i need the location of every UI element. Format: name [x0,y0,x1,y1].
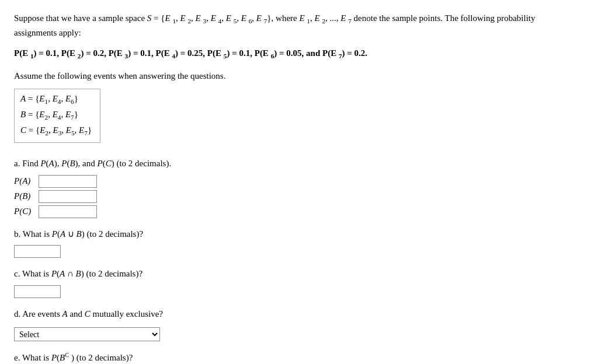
pb-label: P(B) [14,191,36,201]
question-e-label: e. What is P(BC ) (to 2 decimals)? [14,351,584,364]
question-d-label: d. Are events A and C mutually exclusive… [14,307,584,321]
event-c-def: C = {E2, E3, E5, E7} [20,123,92,139]
pa-group: P(A) [14,175,584,188]
event-a-def: A = {E1, E4, E6} [20,92,92,107]
question-b-label: b. What is P(A ∪ B) (to 2 decimals)? [14,228,584,241]
mutually-exclusive-select[interactable]: Select Yes No [14,327,160,341]
question-c-label: c. What is P(A ∩ B) (to 2 decimals)? [14,267,584,281]
pb-input[interactable] [39,190,97,203]
pab-union-input[interactable] [14,245,61,258]
assume-events-text: Assume the following events when answeri… [14,69,584,83]
pa-label: P(A) [14,176,36,186]
question-a-section: a. Find P(A), P(B), and P(C) (to 2 decim… [14,157,584,218]
question-a-label: a. Find P(A), P(B), and P(C) (to 2 decim… [14,157,584,170]
question-d-section: d. Are events A and C mutually exclusive… [14,307,584,342]
pc-label: P(C) [14,206,36,216]
pa-input[interactable] [39,175,97,188]
intro-paragraph: Suppose that we have a sample space S = … [14,12,584,39]
pc-group: P(C) [14,205,584,218]
question-e-section: e. What is P(BC ) (to 2 decimals)? [14,351,584,364]
probability-assignments: P(E 1) = 0.1, P(E 2) = 0.2, P(E 3) = 0.1… [14,46,584,61]
events-box: A = {E1, E4, E6} B = {E2, E4, E7} C = {E… [14,89,100,143]
question-c-section: c. What is P(A ∩ B) (to 2 decimals)? [14,267,584,298]
event-b-def: B = {E2, E4, E7} [20,107,92,123]
pab-intersect-input[interactable] [14,285,61,298]
pc-input[interactable] [39,205,97,218]
question-b-section: b. What is P(A ∪ B) (to 2 decimals)? [14,228,584,258]
pb-group: P(B) [14,190,584,203]
